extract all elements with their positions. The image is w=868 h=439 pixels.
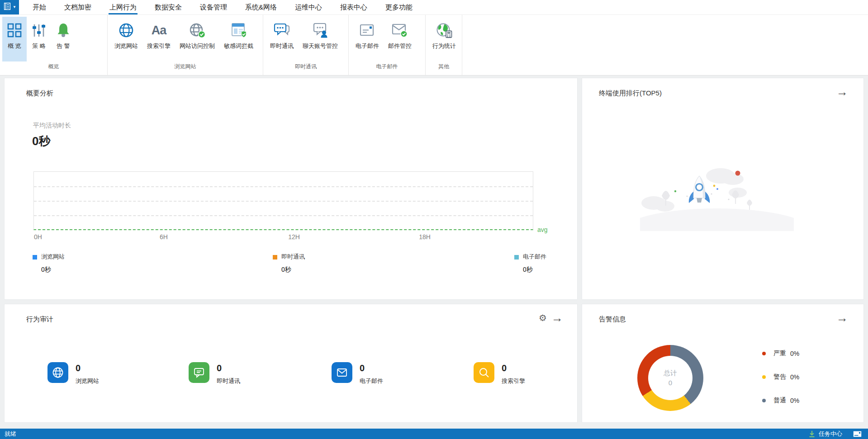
donut-center-label: 总计 (664, 368, 677, 378)
ribbon-button-label: 聊天账号管控 (303, 42, 338, 50)
arrow-right-icon[interactable]: → (836, 312, 848, 324)
ribbon-button-sensitive-word-block[interactable]: 敏感词拦截 (219, 17, 258, 61)
ribbon-button-instant-messaging[interactable]: 即时通讯 (266, 17, 298, 61)
chat-person-icon (312, 21, 329, 40)
app-menu-button[interactable]: ▼ (0, 0, 19, 14)
card-title: 告警信息 (599, 315, 626, 324)
audit-stat-im: 0 即时通讯 (189, 362, 240, 385)
ribbon-button-mail-control[interactable]: 邮件管控 (384, 17, 416, 61)
menu-item-device-management[interactable]: 设备管理 (199, 0, 228, 14)
legend-label: 浏览网站 (41, 253, 65, 260)
legend-swatch (273, 255, 277, 260)
alerts-donut: 总计 0 (637, 345, 703, 411)
menu-item-system-network[interactable]: 系统&网络 (244, 0, 278, 14)
ribbon-group-label: 浏览网站 (108, 61, 263, 73)
mail-shield-icon (391, 21, 408, 40)
stat-label: 电子邮件 (360, 377, 383, 385)
gridline (34, 186, 533, 187)
ribbon-button-search-engine[interactable]: Aa 搜索引擎 (142, 17, 175, 61)
bell-icon (56, 21, 71, 40)
ribbon-group-email: 电子邮件 邮件管控 电子邮件 (349, 15, 426, 75)
overview-analysis-card: 概要分析 平均活动时长 0秒 avg 0H 6H 12H 18H 浏览网站 0秒… (4, 78, 578, 300)
legend-dot (762, 375, 766, 379)
gear-icon[interactable]: ⚙ (539, 313, 547, 322)
menu-item-data-security[interactable]: 数据安全 (154, 0, 183, 14)
empty-state-rocket-illustration (640, 163, 794, 231)
x-axis-tick: 6H (160, 233, 168, 241)
ribbon-group-instant-messaging: 即时通讯 聊天账号管控 即时通讯 (263, 15, 349, 75)
legend-dot (762, 352, 766, 355)
mail-icon (359, 21, 376, 40)
globe-check-icon (189, 21, 206, 40)
legend-value: 0秒 (41, 266, 65, 274)
main-menu: 开始 文档加密 上网行为 数据安全 设备管理 系统&网络 运维中心 报表中心 更… (32, 0, 413, 14)
aa-icon: Aa (152, 21, 166, 40)
terminal-usage-top5-card: 终端使用排行(TOP5) → (582, 78, 864, 300)
ribbon-group-label: 其他 (426, 61, 462, 73)
stat-value: 0 (502, 363, 525, 373)
globe-icon (118, 21, 134, 40)
ribbon: 概 览 策 略 (0, 15, 868, 76)
ribbon-button-label: 搜索引擎 (147, 42, 171, 50)
ribbon-button-label: 即时通讯 (270, 42, 294, 50)
menu-item-internet-behavior[interactable]: 上网行为 (109, 0, 138, 14)
stat-value: 0 (360, 363, 383, 373)
ribbon-button-email[interactable]: 电子邮件 (351, 17, 384, 61)
alert-info-card: 告警信息 → 总计 0 严重 0% 警告 0% 普通 0% (582, 304, 864, 423)
gridline (34, 215, 533, 216)
ribbon-button-label: 电子邮件 (356, 42, 379, 50)
legend-label: 严重 (773, 349, 786, 358)
legend-value: 0% (790, 350, 799, 357)
x-axis-tick: 0H (34, 233, 42, 241)
metric-label: 平均活动时长 (33, 122, 71, 130)
ribbon-button-label: 告 警 (57, 42, 70, 50)
ribbon-button-browse-websites[interactable]: 浏览网站 (110, 17, 142, 61)
ribbon-button-policy[interactable]: 策 略 (27, 17, 51, 61)
ribbon-button-behavior-statistics[interactable]: 行为统计 (428, 17, 460, 61)
menu-item-more-functions[interactable]: 更多功能 (384, 0, 413, 14)
menu-item-start[interactable]: 开始 (32, 0, 47, 14)
ribbon-button-chat-account-control[interactable]: 聊天账号管控 (298, 17, 342, 61)
stat-label: 即时通讯 (217, 377, 240, 385)
legend-label: 即时通讯 (281, 253, 305, 260)
globe-icon (47, 362, 68, 383)
ribbon-button-website-access-control[interactable]: 网站访问控制 (175, 17, 219, 61)
legend-label: 电子邮件 (523, 253, 546, 260)
ribbon-group-label: 概览 (0, 61, 107, 73)
legend-value: 0% (790, 397, 799, 404)
task-center-button[interactable]: 任务中心 (819, 430, 842, 438)
arrow-right-icon[interactable]: → (551, 312, 563, 324)
audit-stat-search: 0 搜索引擎 (474, 362, 525, 385)
card-title: 终端使用排行(TOP5) (599, 89, 662, 98)
arrow-right-icon[interactable]: → (836, 86, 848, 98)
x-axis-tick: 18H (419, 233, 431, 241)
menu-item-doc-encryption[interactable]: 文档加密 (63, 0, 92, 14)
legend-label: 普通 (773, 397, 786, 405)
menu-item-report-center[interactable]: 报表中心 (339, 0, 368, 14)
ribbon-button-overview[interactable]: 概 览 (2, 17, 27, 61)
ribbon-group-overview: 概 览 策 略 (0, 15, 108, 75)
grid-icon (7, 21, 22, 40)
menu-item-ops-center[interactable]: 运维中心 (294, 0, 323, 14)
alert-legend-normal: 普通 0% (762, 397, 799, 405)
card-title: 概要分析 (26, 89, 53, 98)
activity-timeline-chart (33, 171, 533, 230)
behavior-audit-card: 行为审计 ⚙ → 0 浏览网站 0 即时通讯 (4, 304, 578, 423)
alert-legend-warning: 警告 0% (762, 373, 799, 381)
legend-label: 警告 (773, 373, 786, 381)
chat-icon (189, 362, 209, 383)
metric-value: 0秒 (32, 133, 50, 149)
message-icon[interactable] (853, 431, 862, 437)
legend-item-im: 即时通讯 0秒 (273, 253, 305, 274)
notebook-icon (3, 2, 12, 13)
ribbon-button-label: 浏览网站 (114, 42, 138, 50)
statusbar: 就绪 任务中心 (0, 429, 868, 439)
ribbon-button-label: 邮件管控 (388, 42, 412, 50)
audit-stat-email: 0 电子邮件 (332, 362, 383, 385)
ribbon-button-alert[interactable]: 告 警 (51, 17, 76, 61)
avg-line-label: avg (537, 226, 548, 233)
legend-value: 0秒 (281, 266, 305, 274)
legend-dot (762, 399, 766, 402)
chevron-down-icon: ▼ (13, 5, 16, 9)
ribbon-button-label: 行为统计 (432, 42, 456, 50)
